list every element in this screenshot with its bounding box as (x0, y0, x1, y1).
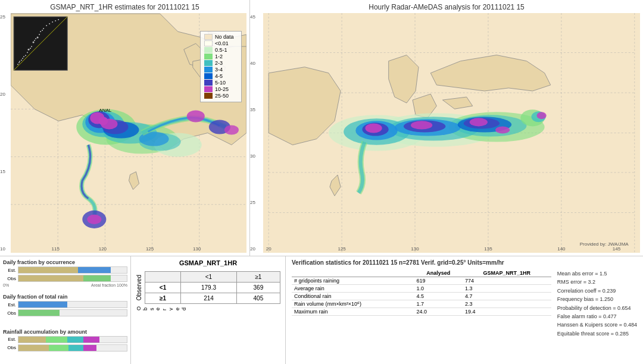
svg-point-85 (470, 118, 488, 126)
obs-accum-bar-row: Obs (3, 344, 127, 352)
verif-val-rainvol-gsmap: 2.3 (463, 300, 551, 308)
obs-rain-fill (18, 310, 60, 316)
verif-val-condrain-gsmap: 4.7 (463, 293, 551, 300)
obs-label: Obs (3, 276, 16, 281)
bottom-row: Daily fraction by occurrence Est. Obs (0, 256, 643, 364)
accum-seg1 (18, 337, 46, 343)
legend-label-2: 2-3 (215, 60, 223, 66)
svg-point-34 (34, 40, 35, 41)
verif-label-condrain: Conditional rain (292, 293, 414, 300)
left-map-area: ANAL 115 120 125 130 No data (11, 13, 246, 253)
svg-point-46 (42, 30, 43, 31)
svg-text:140: 140 (557, 246, 566, 252)
verif-col-analysed: Analysed (414, 269, 463, 277)
obs-rain-track (18, 309, 127, 316)
legend-item-3: 3-4 (204, 67, 238, 73)
legend-label-05: 0.5-1 (215, 47, 227, 53)
obs-bar-green (83, 275, 111, 281)
svg-point-25 (187, 110, 205, 122)
contingency-header-row: <1 ≥1 (145, 272, 280, 283)
svg-point-47 (18, 62, 20, 63)
obs-rain-bar-row: Obs (3, 309, 127, 316)
svg-text:120: 120 (99, 246, 107, 252)
legend-label-10: 10-25 (215, 86, 229, 92)
obs-side-label: Observed (136, 275, 142, 300)
svg-text:ANAL: ANAL (99, 108, 111, 113)
contingency-row-lt1: <1 179.3 369 (145, 283, 280, 293)
svg-text:125: 125 (146, 246, 154, 252)
occurrence-axis: 0% Areal fraction 100% (3, 283, 127, 287)
obs-accum-track (18, 344, 127, 352)
verif-label-gridpoints: # gridpoints raining (292, 277, 414, 285)
accum-seg3 (67, 337, 83, 343)
verification-stats-container: Verification statistics for 20111021 15 … (286, 256, 643, 364)
legend-label-nodata: No data (215, 34, 234, 40)
accum-seg4 (83, 337, 99, 343)
right-map-svg: 20 125 130 135 140 145 Provided by: JWA/… (263, 13, 640, 253)
accum-obs-seg3 (68, 345, 83, 351)
est-bar-tan (18, 267, 78, 273)
verif-inner-table: Analysed GSMAP_NRT_1HR # gridpoints rain… (292, 269, 551, 316)
contingency-table: <1 ≥1 <1 179.3 369 ≥1 214 405 (145, 271, 280, 304)
left-map-title: GSMAP_NRT_1HR estimates for 20111021 15 (0, 1, 249, 13)
svg-point-33 (31, 46, 32, 47)
accumulation-chart: Rainfall accumulation by amount Est. Obs (3, 329, 127, 361)
verif-row-maxrain: Maximum rain 24.0 19.4 (292, 308, 551, 316)
legend-item-25: 25-50 (204, 93, 238, 99)
verif-row-gridpoints: # gridpoints raining 619 774 (292, 277, 551, 285)
verif-data-table: Analysed GSMAP_NRT_1HR # gridpoints rain… (292, 269, 551, 338)
left-map-container: GSMAP_NRT_1HR estimates for 20111021 15 … (0, 0, 250, 256)
est-rain-label: Est. (3, 302, 16, 307)
svg-point-30 (22, 58, 23, 59)
rain-fraction-chart: Daily fraction of total rain Est. Obs (3, 294, 127, 326)
legend-color-2 (204, 60, 213, 66)
est-rain-fill (18, 302, 67, 307)
rain-title: Daily fraction of total rain (3, 294, 127, 300)
contingency-table-container: GSMAP_NRT_1HR Observed <1 ≥1 <1 179.3 36… (131, 256, 286, 364)
verif-scores: Mean abs error = 1.5 RMS error = 3.2 Cor… (557, 269, 637, 338)
stat-mean-abs: Mean abs error = 1.5 (557, 269, 637, 278)
svg-point-89 (537, 112, 547, 119)
obs-bar-tan (18, 275, 83, 281)
contingency-val-ge1-ge1: 405 (236, 293, 280, 304)
est-label: Est. (3, 268, 16, 273)
legend-label-3: 3-4 (215, 67, 223, 73)
est-bar-blue (78, 267, 111, 273)
legend-item-05: 0.5-1 (204, 47, 238, 53)
verif-label-maxrain: Maximum rain (292, 308, 414, 316)
svg-point-35 (37, 37, 39, 39)
svg-point-29 (19, 61, 20, 62)
stat-hanssen: Hanssen & Kuipers score = 0.484 (557, 321, 637, 329)
contingency-val-lt1-lt1: 179.3 (181, 283, 237, 293)
svg-point-51 (17, 64, 18, 65)
legend-color-10 (204, 86, 213, 92)
stat-rms: RMS error = 3.2 (557, 278, 637, 286)
svg-text:Provided by: JWA/JMA: Provided by: JWA/JMA (580, 241, 629, 247)
obs-rain-label: Obs (3, 310, 16, 316)
svg-point-83 (365, 123, 382, 133)
stat-equitable: Equitable threat score = 0.285 (557, 330, 637, 338)
est-accum-track (18, 336, 127, 343)
legend-label-001: <0.01 (215, 40, 229, 46)
legend-color-05 (204, 47, 213, 53)
svg-point-36 (40, 31, 41, 32)
legend-item-001: <0.01 (204, 40, 238, 46)
verif-val-rainvol-analysed: 1.7 (414, 300, 463, 308)
verif-val-gridpoints-gsmap: 774 (463, 277, 551, 285)
main-container: GSMAP_NRT_1HR estimates for 20111021 15 … (0, 0, 643, 364)
obs-bar-row: Obs (3, 275, 127, 282)
contingency-val-lt1-ge1: 369 (236, 283, 280, 293)
verif-val-gridpoints-analysed: 619 (414, 277, 463, 285)
axis-0: 0% (3, 283, 9, 287)
contingency-table-title: GSMAP_NRT_1HR (136, 259, 280, 266)
verif-val-avgrain-gsmap: 1.3 (463, 285, 551, 293)
legend-item-nodata: No data (204, 34, 238, 40)
contingency-row-ge1-header: ≥1 (145, 293, 181, 304)
svg-point-43 (33, 42, 35, 43)
svg-point-45 (39, 34, 40, 35)
left-map-axis-lat: 25 20 15 10 (0, 13, 11, 253)
accumulation-title: Rainfall accumulation by amount (3, 329, 127, 335)
contingency-corner-empty (145, 272, 181, 283)
svg-point-49 (52, 21, 53, 23)
svg-text:115: 115 (52, 246, 60, 252)
